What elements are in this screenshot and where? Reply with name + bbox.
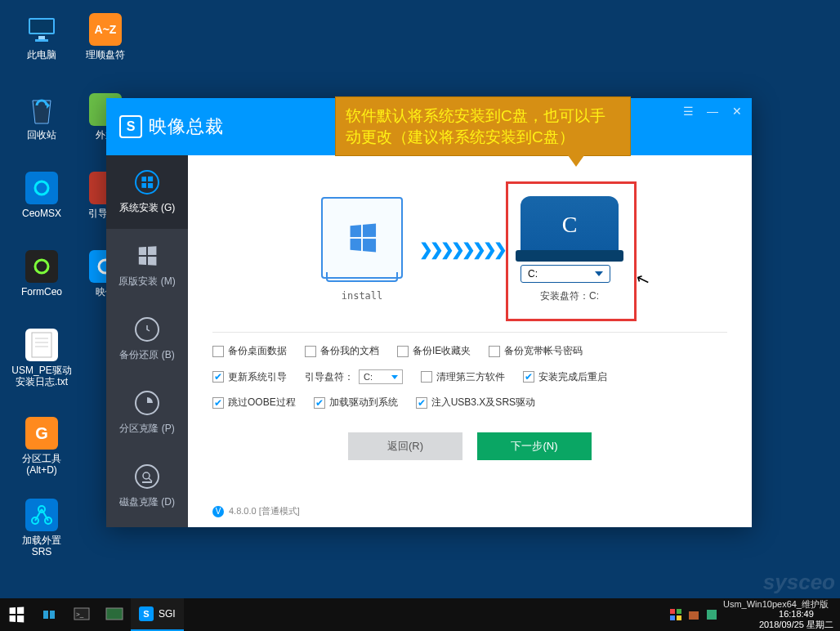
chk-reboot-after[interactable]: 安装完成后重启: [523, 370, 607, 384]
icon-formceo[interactable]: FormCeo: [13, 250, 70, 298]
version-text: 4.8.0.0 [普通模式]: [229, 505, 300, 517]
icon-label: FormCeo: [13, 286, 70, 298]
tray-icon-3[interactable]: [705, 608, 718, 621]
chk-backup-wan[interactable]: 备份宽带帐号密码: [489, 344, 583, 358]
svg-line-18: [149, 478, 152, 481]
sidebar-item-system-install[interactable]: 系统安装 (G): [106, 155, 188, 229]
monitor-icon: [25, 13, 58, 46]
chk-load-drivers[interactable]: 加载驱动到系统: [314, 396, 398, 409]
icon-label: 此电脑: [13, 49, 70, 60]
chk-skip-oobe[interactable]: 跳过OOBE过程: [212, 396, 296, 409]
svg-rect-2: [38, 36, 45, 39]
next-button[interactable]: 下一步(N): [477, 432, 592, 460]
clock-time: 16:18:49: [759, 609, 833, 620]
button-label: 返回(R): [387, 439, 423, 454]
taskbar-btn-3[interactable]: [98, 598, 131, 631]
cursor-icon: ↖: [632, 267, 652, 290]
icon-label: CeoMSX: [13, 208, 70, 219]
icon-ceomsx[interactable]: CeoMSX: [13, 172, 70, 219]
windows-icon: [135, 170, 159, 195]
source-box[interactable]: install: [321, 197, 403, 302]
sidebar-item-backup-restore[interactable]: 备份还原 (B): [106, 302, 188, 376]
sidebar-label: 系统安装 (G): [119, 201, 176, 215]
svg-rect-29: [689, 611, 699, 620]
chk-backup-ie[interactable]: 备份IE收藏夹: [397, 344, 471, 358]
install-stage: install ❯❯❯❯❯❯❯❯ C C: 安装盘符：C: ↖: [212, 172, 727, 327]
boot-drive-select[interactable]: C:: [359, 369, 403, 384]
icon-label: 分区工具(Alt+D): [13, 453, 70, 476]
sidebar-item-disk-clone[interactable]: 磁盘克隆 (D): [106, 450, 188, 523]
svg-rect-8: [32, 333, 51, 357]
button-label: 下一步(N): [511, 439, 557, 454]
sidebar-item-original-install[interactable]: 原版安装 (M): [106, 229, 188, 302]
close-button[interactable]: ✕: [729, 103, 745, 119]
taskbar-clock[interactable]: 16:18:49 2018/09/25 星期二: [759, 609, 833, 629]
partition-icon: G: [25, 417, 58, 450]
icon-this-pc[interactable]: 此电脑: [13, 13, 70, 60]
taskbar-app-sgi[interactable]: S SGI: [131, 598, 184, 631]
tooltip-tail: [568, 155, 584, 167]
tray-icon-1[interactable]: [669, 608, 682, 621]
chk-label: 跳过OOBE过程: [228, 396, 296, 409]
icon-recycle-bin[interactable]: 回收站: [13, 93, 70, 141]
taskbar-item-label: SGI: [159, 608, 176, 620]
chk-label: 备份我的文档: [320, 344, 379, 358]
app-logo: S 映像总裁: [119, 114, 224, 139]
drive-select[interactable]: C:: [521, 265, 610, 283]
svg-rect-27: [670, 615, 675, 620]
ceomsx-icon: [25, 172, 58, 204]
icon-load-srs[interactable]: 加载外置SRS: [13, 499, 70, 557]
sidebar-label: 磁盘克隆 (D): [119, 495, 175, 509]
arrows-icon: ❯❯❯❯❯❯❯❯: [419, 239, 504, 259]
icon-partition-tool[interactable]: G 分区工具(Alt+D): [13, 417, 70, 476]
app-window: S 映像总裁 ☰ — ✕ 软件默认将系统安装到C盘，也可以手动更改（建议将系统安…: [106, 98, 752, 527]
icon-usm-log[interactable]: USM_PE驱动安装日志.txt: [10, 329, 74, 387]
svg-text:>_: >_: [76, 611, 84, 618]
txt-icon: [25, 329, 58, 361]
window-controls: ☰ — ✕: [680, 103, 745, 119]
chk-update-boot[interactable]: 更新系统引导: [212, 370, 287, 384]
boot-drive-label: 引导盘符：: [305, 370, 354, 384]
back-button[interactable]: 返回(R): [348, 432, 462, 460]
chk-inject-usb3[interactable]: 注入USB3.X及SRS驱动: [416, 396, 535, 409]
svg-rect-26: [677, 609, 681, 614]
tray-icon-2[interactable]: [687, 608, 700, 621]
chk-clean-3rd[interactable]: 清理第三方软件: [421, 370, 505, 384]
titlebar[interactable]: S 映像总裁 ☰ — ✕ 软件默认将系统安装到C盘，也可以手动更改（建议将系统安…: [106, 98, 752, 155]
recycle-icon: [25, 93, 58, 126]
sgi-icon: S: [139, 606, 154, 621]
sidebar: 系统安装 (G) 原版安装 (M) 备份还原 (B) 分区克隆 (P) 磁盘克隆…: [106, 155, 188, 527]
chk-label: 备份IE收藏夹: [413, 344, 471, 358]
start-button[interactable]: [0, 598, 33, 631]
chk-label: 更新系统引导: [228, 370, 287, 384]
clock-date: 2018/09/25 星期二: [759, 620, 833, 630]
chevron-down-icon: [391, 375, 398, 379]
icon-label: 理顺盘符: [77, 49, 134, 60]
pie-icon: [135, 391, 159, 415]
chk-backup-docs[interactable]: 备份我的文档: [305, 344, 379, 358]
chk-label: 备份宽带帐号密码: [504, 344, 583, 358]
build-info: Usm_Win10pex64_维护版: [723, 599, 829, 609]
taskbar-btn-1[interactable]: [33, 598, 65, 631]
chk-label: 加载驱动到系统: [329, 396, 398, 409]
version-badge-icon: V: [212, 506, 224, 517]
logo-mark-icon: S: [119, 115, 142, 138]
boot-drive-value: C:: [364, 372, 373, 382]
sidebar-label: 原版安装 (M): [118, 275, 175, 289]
system-tray: Usm_Win10pex64_维护版 16:18:49 2018/09/25 星…: [669, 598, 840, 631]
minimize-button[interactable]: —: [704, 103, 721, 119]
svg-rect-20: [43, 611, 48, 619]
svg-point-5: [35, 181, 48, 195]
taskbar-btn-2[interactable]: >_: [65, 598, 98, 631]
drive-icon: C: [521, 196, 619, 253]
menu-button[interactable]: ☰: [680, 103, 696, 119]
chevron-down-icon: [595, 271, 603, 276]
svg-rect-30: [707, 610, 717, 620]
taskbar: >_ S SGI Usm_Win10pex64_维护版 16:18:49 201…: [0, 598, 840, 631]
icon-sort-drives[interactable]: A~Z 理顺盘符: [77, 13, 134, 60]
sidebar-label: 分区克隆 (P): [119, 422, 174, 436]
footer: V 4.8.0.0 [普通模式]: [212, 497, 727, 517]
chk-backup-desktop[interactable]: 备份桌面数据: [212, 344, 287, 358]
chk-label: 安装完成后重启: [538, 370, 607, 384]
sidebar-item-partition-clone[interactable]: 分区克隆 (P): [106, 376, 188, 450]
